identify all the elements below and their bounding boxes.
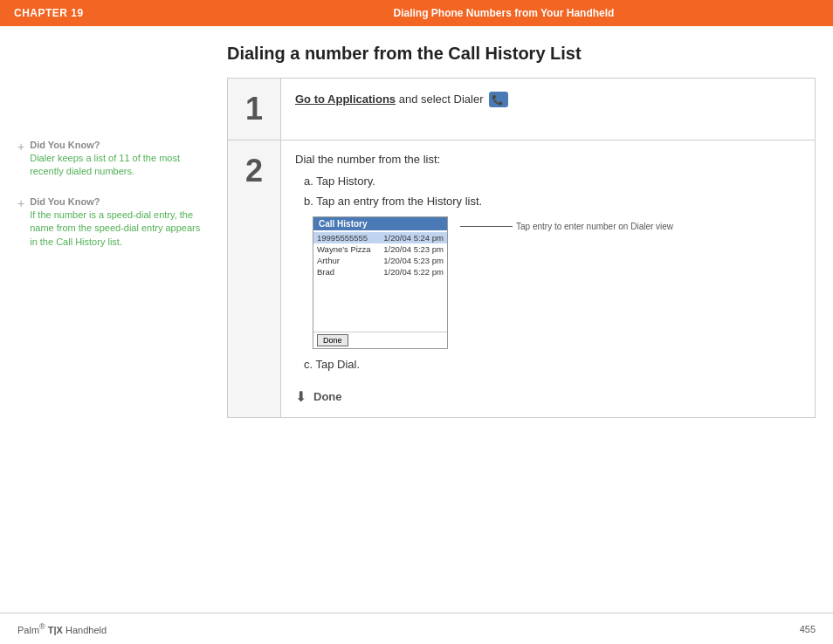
call-history-header: Call History [313, 217, 447, 230]
header-title: Dialing Phone Numbers from Your Handheld [189, 7, 819, 19]
call-history-note: Tap entry to enter number on Dialer view [460, 222, 673, 231]
done-section: ⬇ Done [295, 381, 801, 405]
step2-main-text: Dial the number from the list: [295, 153, 801, 166]
call-history-empty [313, 277, 447, 330]
step-2: 2 Dial the number from the list: a. Tap … [228, 140, 815, 417]
dialer-icon [489, 92, 508, 107]
sidebar-body-1: Dialer keeps a list of 11 of the most re… [30, 153, 180, 176]
brand-name: Palm [17, 625, 39, 635]
step2-substep-a: a. Tap History. [304, 175, 801, 188]
call-history-body: 19995555555 1/20/04 5:24 pm Wayne's Pizz… [313, 230, 447, 332]
model-name: T|X [48, 625, 63, 635]
call-history-row-2[interactable]: Arthur 1/20/04 5:23 pm [313, 255, 447, 266]
step1-text: Go to Applications and select Dialer [295, 92, 508, 106]
page-number: 455 [800, 624, 816, 634]
call-history-wrapper: Call History 19995555555 1/20/04 5:24 pm… [313, 216, 801, 349]
row-2-time: 1/20/04 5:23 pm [383, 256, 444, 265]
step-number-1: 1 [228, 79, 280, 140]
plus-icon-1: + [17, 140, 24, 154]
done-arrow-icon: ⬇ [295, 388, 306, 405]
note-line [460, 226, 513, 227]
row-3-name: Brad [317, 267, 334, 277]
steps-container: 1 Go to Applications and select Dialer 2… [227, 78, 816, 418]
article-title: Dialing a number from the Call History L… [227, 44, 816, 64]
go-to-applications-link[interactable]: Go to Applications [295, 92, 396, 106]
sidebar-text-1: Did You Know? Dialer keeps a list of 11 … [30, 140, 210, 179]
step-1: 1 Go to Applications and select Dialer [228, 79, 815, 140]
note-text: Tap entry to enter number on Dialer view [516, 222, 673, 231]
sidebar-item-2: + Did You Know? If the number is a speed… [17, 196, 210, 249]
step-2-content: Dial the number from the list: a. Tap Hi… [280, 140, 815, 417]
step2-substep-c: c. Tap Dial. [304, 358, 801, 371]
sidebar: + Did You Know? Dialer keeps a list of 1… [17, 44, 210, 613]
sidebar-label-2: Did You Know? [30, 196, 210, 207]
main-content: + Did You Know? Dialer keeps a list of 1… [0, 26, 833, 613]
article: Dialing a number from the Call History L… [210, 44, 816, 613]
row-2-name: Arthur [317, 256, 340, 265]
call-history-row-3[interactable]: Brad 1/20/04 5:22 pm [313, 266, 447, 277]
sidebar-item-1: + Did You Know? Dialer keeps a list of 1… [17, 140, 210, 179]
call-history-footer: Done [313, 332, 447, 348]
sidebar-label-1: Did You Know? [30, 140, 210, 150]
footer: Palm® T|X Handheld 455 [0, 613, 833, 644]
device-type: Handheld [65, 625, 107, 635]
sidebar-text-2: Did You Know? If the number is a speed-d… [30, 196, 210, 249]
row-1-time: 1/20/04 5:23 pm [383, 244, 444, 254]
trademark-symbol: ® [39, 622, 45, 631]
plus-icon-2: + [17, 196, 24, 210]
done-label: Done [313, 390, 342, 403]
step-1-content: Go to Applications and select Dialer [280, 79, 815, 140]
sidebar-body-2: If the number is a speed-dial entry, the… [30, 209, 200, 247]
header-bar: CHAPTER 19 Dialing Phone Numbers from Yo… [0, 0, 833, 26]
chapter-label: CHAPTER 19 [14, 7, 189, 19]
step2-substep-b: b. Tap an entry from the History list. [304, 195, 801, 208]
call-history-box: Call History 19995555555 1/20/04 5:24 pm… [313, 216, 448, 349]
row-1-name: Wayne's Pizza [317, 244, 371, 254]
step-number-2: 2 [228, 140, 280, 417]
step1-suffix: and select Dialer [399, 92, 484, 106]
call-history-row-1[interactable]: Wayne's Pizza 1/20/04 5:23 pm [313, 243, 447, 255]
footer-brand: Palm® T|X Handheld [17, 622, 107, 635]
row-0-name: 19995555555 [317, 233, 368, 243]
call-history-row-0[interactable]: 19995555555 1/20/04 5:24 pm [313, 232, 447, 243]
row-3-time: 1/20/04 5:22 pm [383, 267, 444, 277]
row-0-time: 1/20/04 5:24 pm [383, 233, 444, 243]
call-history-done-button[interactable]: Done [317, 334, 348, 346]
